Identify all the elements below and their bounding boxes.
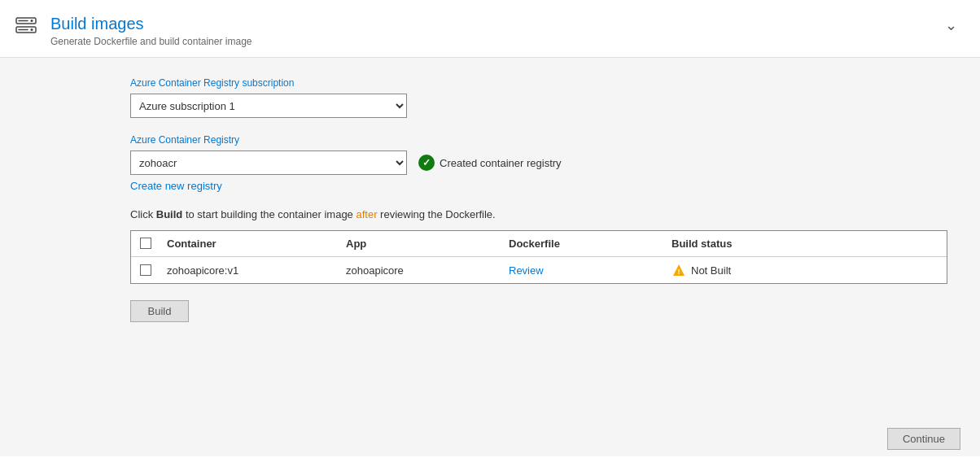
instruction-bold: Build (156, 208, 183, 220)
server-icon (13, 13, 39, 41)
warning-icon: ! (672, 264, 686, 277)
row-checkbox-cell (131, 264, 160, 276)
registry-label: Azure Container Registry (130, 134, 947, 146)
row-app: zohoapicore (339, 264, 502, 277)
review-link[interactable]: Review (509, 264, 544, 277)
row-checkbox[interactable] (140, 264, 151, 276)
continue-button[interactable]: Continue (887, 428, 960, 450)
registry-status-badge: ✓ Created container registry (418, 155, 562, 171)
header-left: Build images Generate Dockerfile and bui… (13, 13, 252, 47)
row-dockerfile: Review (502, 264, 665, 277)
col-header-checkbox (131, 238, 160, 250)
create-registry-link[interactable]: Create new registry (130, 180, 222, 192)
subscription-label: Azure Container Registry subscription (130, 77, 947, 89)
col-header-app: App (339, 238, 502, 250)
subscription-select[interactable]: Azure subscription 1 (130, 94, 407, 118)
chevron-down-icon[interactable]: ⌄ (942, 13, 960, 37)
bottom-bar: Continue (0, 420, 980, 458)
page-title: Build images (50, 13, 252, 34)
main-content: Azure Container Registry subscription Az… (0, 58, 980, 456)
subscription-section: Azure Container Registry subscription Az… (130, 77, 947, 118)
registry-select[interactable]: zohoacr (130, 150, 407, 175)
header-text: Build images Generate Dockerfile and bui… (50, 13, 252, 47)
table-header-row: Container App Dockerfile Build status (131, 231, 947, 257)
header-checkbox[interactable] (140, 238, 151, 249)
svg-point-2 (31, 20, 33, 22)
instruction-middle: to start building the container image (182, 208, 356, 220)
registry-status-text: Created container registry (440, 157, 562, 169)
instruction-text: Click Build to start building the contai… (130, 208, 947, 220)
row-container: zohoapicore:v1 (160, 264, 339, 277)
svg-text:!: ! (678, 268, 680, 276)
col-header-build-status: Build status (665, 238, 828, 250)
header: Build images Generate Dockerfile and bui… (0, 0, 980, 58)
not-built-text: Not Built (691, 264, 731, 277)
build-button[interactable]: Build (130, 300, 189, 322)
svg-point-3 (31, 28, 33, 31)
col-header-container: Container (160, 238, 339, 250)
success-icon: ✓ (418, 155, 435, 171)
build-table: Container App Dockerfile Build status zo… (130, 230, 947, 284)
table-row: zohoapicore:v1 zohoapicore Review ! Not … (131, 257, 947, 283)
instruction-prefix: Click (130, 208, 156, 220)
row-build-status: ! Not Built (665, 264, 828, 277)
instruction-highlight: after (356, 208, 377, 220)
page-subtitle: Generate Dockerfile and build container … (50, 36, 252, 47)
instruction-suffix: reviewing the Dockerfile. (377, 208, 495, 220)
registry-row: zohoacr ✓ Created container registry (130, 150, 947, 175)
not-built-cell: ! Not Built (672, 264, 821, 277)
registry-section: Azure Container Registry zohoacr ✓ Creat… (130, 134, 947, 192)
col-header-dockerfile: Dockerfile (502, 238, 665, 250)
